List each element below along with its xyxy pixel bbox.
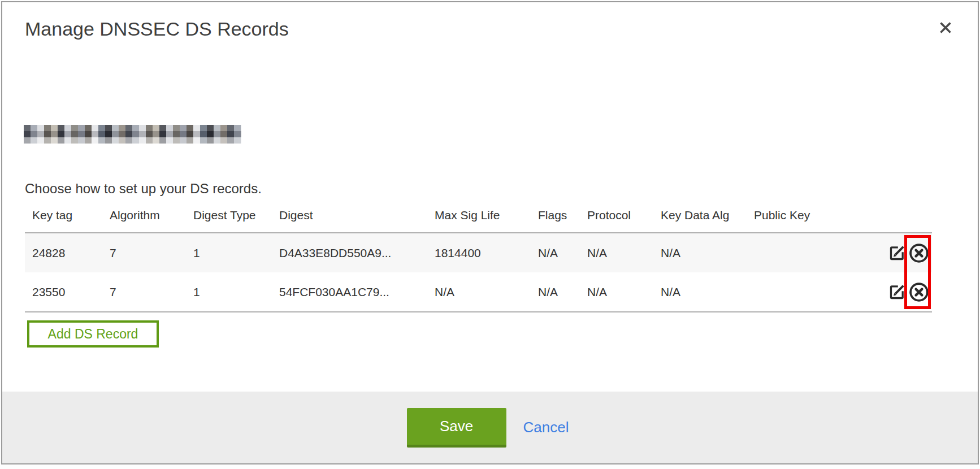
cell-key-tag: 24828 (25, 233, 102, 272)
cell-flags: N/A (531, 233, 580, 272)
delete-record-icon[interactable] (908, 281, 930, 303)
cell-public-key (747, 272, 871, 312)
cell-flags: N/A (531, 272, 580, 312)
col-header-public-key: Public Key (747, 197, 871, 233)
modal-footer: Save Cancel (2, 392, 978, 463)
cell-key-data-alg: N/A (653, 233, 747, 272)
cell-key-tag: 23550 (25, 272, 102, 312)
close-icon[interactable] (936, 18, 955, 37)
ds-records-table-wrap: Key tag Algorithm Digest Type Digest Max… (25, 197, 932, 312)
col-header-digest: Digest (272, 197, 427, 233)
manage-dnssec-modal: Manage DNSSEC DS Records Choose how to s… (1, 1, 979, 464)
table-row: 24828 7 1 D4A33E8DD550A9... 1814400 N/A … (25, 233, 932, 272)
delete-record-icon[interactable] (908, 242, 930, 264)
cell-digest: 54FCF030AA1C79... (272, 272, 427, 312)
cancel-button[interactable]: Cancel (519, 419, 574, 436)
cell-public-key (747, 233, 871, 272)
col-header-protocol: Protocol (580, 197, 653, 233)
cell-key-data-alg: N/A (653, 272, 747, 312)
table-row: 23550 7 1 54FCF030AA1C79... N/A N/A N/A … (25, 272, 932, 312)
cell-protocol: N/A (580, 233, 653, 272)
col-header-actions (871, 197, 932, 233)
edit-record-icon[interactable] (887, 243, 907, 263)
cell-digest: D4A33E8DD550A9... (272, 233, 427, 272)
cell-max-sig-life: N/A (427, 272, 531, 312)
col-header-key-data-alg: Key Data Alg (653, 197, 747, 233)
page-title: Manage DNSSEC DS Records (25, 18, 978, 40)
edit-record-icon[interactable] (887, 282, 907, 302)
col-header-algorithm: Algorithm (102, 197, 186, 233)
cell-digest-type: 1 (186, 233, 272, 272)
add-ds-record-button[interactable]: Add DS Record (27, 320, 159, 348)
domain-name-redacted (24, 125, 241, 144)
col-header-key-tag: Key tag (25, 197, 102, 233)
col-header-digest-type: Digest Type (186, 197, 272, 233)
col-header-max-sig-life: Max Sig Life (427, 197, 531, 233)
table-header-row: Key tag Algorithm Digest Type Digest Max… (25, 197, 932, 233)
col-header-flags: Flags (531, 197, 580, 233)
cell-algorithm: 7 (102, 233, 186, 272)
ds-records-table: Key tag Algorithm Digest Type Digest Max… (25, 197, 932, 312)
cell-algorithm: 7 (102, 272, 186, 312)
cell-max-sig-life: 1814400 (427, 233, 531, 272)
cell-digest-type: 1 (186, 272, 272, 312)
cell-protocol: N/A (580, 272, 653, 312)
save-button[interactable]: Save (407, 408, 506, 448)
intro-text: Choose how to set up your DS records. (25, 181, 978, 197)
